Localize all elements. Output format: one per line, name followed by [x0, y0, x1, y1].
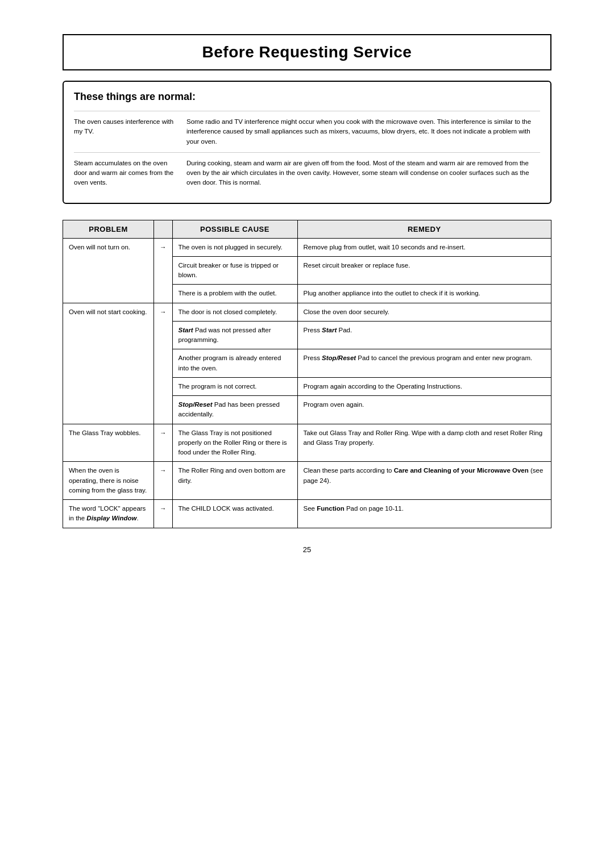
normal-section: These things are normal: The oven causes… — [63, 81, 551, 204]
normal-left-1: The oven causes interference with my TV. — [74, 117, 176, 147]
page-title: Before Requesting Service — [63, 34, 551, 70]
table-row-1: Oven will not turn on. → The oven is not… — [63, 238, 551, 256]
normal-section-title: These things are normal: — [74, 91, 540, 103]
table-row-2: Oven will not start cooking. → The door … — [63, 303, 551, 321]
remedy-1-3: Plug another appliance into the outlet t… — [297, 285, 551, 303]
page-number: 25 — [63, 545, 551, 554]
remedy-2-2: Press Start Pad. — [297, 321, 551, 349]
cause-4-1: The Roller Ring and oven bottom are dirt… — [172, 462, 297, 500]
arrow-3: → — [154, 424, 173, 462]
arrow-5: → — [154, 500, 173, 528]
problem-4: When the oven is operating, there is noi… — [63, 462, 154, 500]
cause-1-2: Circuit breaker or fuse is tripped or bl… — [172, 256, 297, 285]
remedy-5-1: See Function Pad on page 10-11. — [297, 500, 551, 528]
cause-2-3: Another program is already entered into … — [172, 349, 297, 378]
cause-2-1: The door is not closed completely. — [172, 303, 297, 321]
header-cause: POSSIBLE CAUSE — [172, 220, 297, 238]
problem-2: Oven will not start cooking. — [63, 303, 154, 424]
remedy-4-1: Clean these parts according to Care and … — [297, 462, 551, 500]
cause-1-3: There is a problem with the outlet. — [172, 285, 297, 303]
remedy-2-3: Press Stop/Reset Pad to cancel the previ… — [297, 349, 551, 378]
cause-5-1: The CHILD LOCK was activated. — [172, 500, 297, 528]
page: Before Requesting Service These things a… — [63, 34, 551, 554]
problem-5: The word "LOCK" appears in the Display W… — [63, 500, 154, 528]
problem-3: The Glass Tray wobbles. — [63, 424, 154, 462]
remedy-3-1: Take out Glass Tray and Roller Ring. Wip… — [297, 424, 551, 462]
cause-3-1: The Glass Tray is not positioned properl… — [172, 424, 297, 462]
arrow-4: → — [154, 462, 173, 500]
cause-2-4: The program is not correct. — [172, 377, 297, 395]
header-problem: PROBLEM — [63, 220, 154, 238]
table-row-4: When the oven is operating, there is noi… — [63, 462, 551, 500]
table-row-5: The word "LOCK" appears in the Display W… — [63, 500, 551, 528]
normal-row-1: The oven causes interference with my TV.… — [74, 111, 540, 152]
remedy-2-5: Program oven again. — [297, 396, 551, 424]
cause-2-5: Stop/Reset Pad has been pressed accident… — [172, 396, 297, 424]
normal-row-2: Steam accumulates on the oven door and w… — [74, 152, 540, 194]
remedy-1-1: Remove plug from outlet, wait 10 seconds… — [297, 238, 551, 256]
normal-right-2: During cooking, steam and warm air are g… — [186, 158, 540, 188]
problem-1: Oven will not turn on. — [63, 238, 154, 303]
arrow-1: → — [154, 238, 173, 303]
remedy-1-2: Reset circuit breaker or replace fuse. — [297, 256, 551, 285]
cause-2-2: Start Pad was not pressed after programm… — [172, 321, 297, 349]
table-row-3: The Glass Tray wobbles. → The Glass Tray… — [63, 424, 551, 462]
remedy-2-4: Program again according to the Operating… — [297, 377, 551, 395]
normal-right-1: Some radio and TV interference might occ… — [186, 117, 540, 147]
normal-left-2: Steam accumulates on the oven door and w… — [74, 158, 176, 188]
problem-table: PROBLEM POSSIBLE CAUSE REMEDY Oven will … — [63, 220, 551, 528]
remedy-2-1: Close the oven door securely. — [297, 303, 551, 321]
cause-1-1: The oven is not plugged in securely. — [172, 238, 297, 256]
header-remedy: REMEDY — [297, 220, 551, 238]
arrow-2: → — [154, 303, 173, 424]
